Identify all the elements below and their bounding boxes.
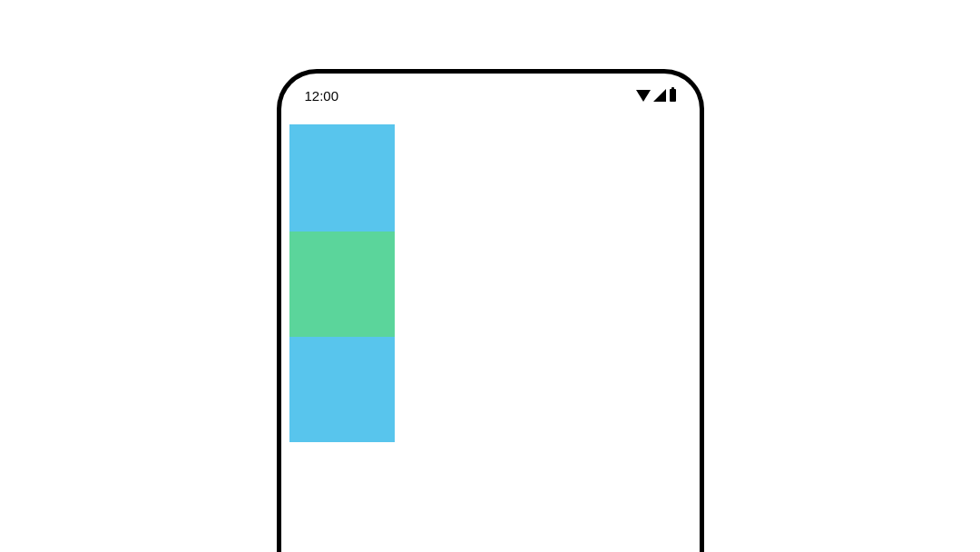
content-area <box>281 106 700 442</box>
phone-frame: 12:00 <box>277 69 704 552</box>
battery-icon <box>670 89 676 102</box>
status-bar: 12:00 <box>281 74 700 106</box>
cellular-signal-icon <box>653 89 666 102</box>
wifi-icon <box>636 90 651 102</box>
color-block-bottom <box>289 337 395 442</box>
color-block-middle <box>289 232 395 337</box>
status-icons <box>636 89 676 102</box>
color-block-top <box>289 124 395 232</box>
status-time: 12:00 <box>305 88 339 104</box>
color-column <box>289 124 395 442</box>
